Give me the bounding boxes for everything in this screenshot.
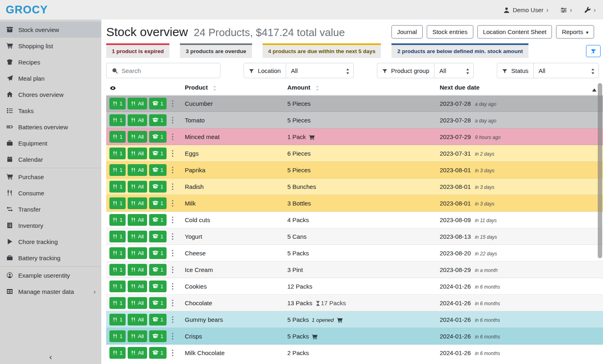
user-menu[interactable]: Demo User › [503, 6, 548, 13]
sidebar-item-example-userentity[interactable]: Example userentity [0, 267, 101, 283]
row-menu-button[interactable] [170, 99, 175, 108]
consume-one-button[interactable]: 1 [109, 131, 126, 143]
admin-menu[interactable]: › [584, 6, 596, 13]
product-name[interactable]: Chocolate [182, 295, 284, 311]
consume-one-button[interactable]: 1 [109, 98, 126, 109]
sidebar-item-inventory[interactable]: Inventory [0, 217, 101, 233]
open-one-button[interactable]: 1 [149, 164, 167, 176]
consume-all-button[interactable]: All [128, 214, 147, 226]
location-content-sheet-button[interactable]: Location Content Sheet [477, 25, 552, 39]
product-name[interactable]: Minced meat [182, 128, 284, 145]
row-menu-button[interactable] [170, 116, 175, 124]
open-one-button[interactable]: 1 [149, 330, 167, 342]
row-menu-button[interactable] [170, 299, 175, 307]
consume-one-button[interactable]: 1 [109, 114, 126, 126]
location-select[interactable]: All [286, 63, 353, 78]
consume-one-button[interactable]: 1 [109, 214, 126, 226]
open-one-button[interactable]: 1 [149, 297, 167, 309]
product-name[interactable]: Cucumber [182, 95, 284, 112]
open-one-button[interactable]: 1 [149, 280, 167, 292]
consume-one-button[interactable]: 1 [109, 297, 126, 309]
stock-entries-button[interactable]: Stock entries [427, 25, 473, 39]
consume-one-button[interactable]: 1 [109, 164, 126, 176]
row-menu-button[interactable] [170, 249, 175, 257]
consume-one-button[interactable]: 1 [109, 197, 126, 209]
sidebar-item-battery-tracking[interactable]: Battery tracking [0, 250, 101, 266]
sidebar-item-stock-overview[interactable]: Stock overview [0, 21, 101, 38]
consume-all-button[interactable]: All [128, 114, 147, 126]
product-group-select[interactable]: All [434, 63, 473, 78]
consume-one-button[interactable]: 1 [109, 231, 126, 242]
consume-all-button[interactable]: All [128, 347, 147, 359]
settings-menu[interactable]: › [560, 6, 572, 13]
row-menu-button[interactable] [170, 216, 175, 224]
column-header-product[interactable]: Product [182, 81, 284, 95]
consume-all-button[interactable]: All [128, 231, 147, 242]
open-one-button[interactable]: 1 [149, 181, 167, 193]
sidebar-item-chore-tracking[interactable]: Chore tracking [0, 233, 101, 250]
open-one-button[interactable]: 1 [149, 98, 167, 109]
sidebar-item-manage-master-data[interactable]: Manage master data › [0, 283, 101, 300]
open-one-button[interactable]: 1 [149, 148, 167, 159]
product-name[interactable]: Cold cuts [182, 212, 284, 228]
column-header-amount[interactable]: Amount [284, 81, 436, 95]
product-name[interactable]: Eggs [182, 145, 284, 162]
status-banner[interactable]: 1 product is expired [106, 43, 169, 58]
sidebar-item-consume[interactable]: Consume [0, 185, 101, 201]
consume-one-button[interactable]: 1 [109, 181, 126, 193]
sidebar-item-purchase[interactable]: Purchase [0, 169, 101, 185]
row-menu-button[interactable] [170, 182, 175, 191]
consume-all-button[interactable]: All [128, 164, 147, 176]
sidebar-item-transfer[interactable]: Transfer [0, 201, 101, 217]
consume-all-button[interactable]: All [128, 247, 147, 259]
sidebar-item-meal-plan[interactable]: Meal plan [0, 70, 101, 86]
consume-one-button[interactable]: 1 [109, 347, 126, 359]
search-input[interactable] [122, 63, 220, 78]
product-name[interactable]: Gummy bears [182, 311, 284, 328]
consume-all-button[interactable]: All [128, 131, 147, 143]
open-one-button[interactable]: 1 [149, 247, 167, 259]
product-name[interactable]: Radish [182, 178, 284, 195]
status-banner[interactable]: 3 products are overdue [180, 43, 252, 58]
status-banner[interactable]: 2 products are below defined min. stock … [391, 43, 528, 58]
row-menu-button[interactable] [170, 199, 175, 208]
row-menu-button[interactable] [170, 232, 175, 241]
consume-one-button[interactable]: 1 [109, 264, 126, 276]
consume-all-button[interactable]: All [128, 280, 147, 292]
product-name[interactable]: Milk [182, 195, 284, 212]
product-name[interactable]: Tomato [182, 112, 284, 128]
row-menu-button[interactable] [170, 149, 175, 158]
open-one-button[interactable]: 1 [149, 347, 167, 359]
reports-button[interactable]: Reports ▾ [556, 25, 594, 39]
product-name[interactable]: Milk Chocolate [182, 345, 284, 361]
sidebar-item-chores-overview[interactable]: Chores overview [0, 86, 101, 103]
product-name[interactable]: Yogurt [182, 228, 284, 245]
sidebar-item-shopping-list[interactable]: Shopping list [0, 38, 101, 54]
sidebar-item-tasks[interactable]: Tasks [0, 103, 101, 119]
open-one-button[interactable]: 1 [149, 264, 167, 276]
open-one-button[interactable]: 1 [149, 231, 167, 242]
product-name[interactable]: Crisps [182, 328, 284, 345]
open-one-button[interactable]: 1 [149, 197, 167, 209]
consume-one-button[interactable]: 1 [109, 247, 126, 259]
product-name[interactable]: Ice Cream [182, 261, 284, 278]
sidebar-item-equipment[interactable]: Equipment [0, 135, 101, 151]
row-menu-button[interactable] [170, 349, 175, 357]
filter-toggle-button[interactable] [586, 45, 601, 57]
journal-button[interactable]: Journal [391, 25, 423, 39]
open-one-button[interactable]: 1 [149, 114, 167, 126]
column-header-next-due-date[interactable]: Next due date [436, 81, 603, 95]
sidebar-item-recipes[interactable]: Recipes [0, 54, 101, 70]
consume-all-button[interactable]: All [128, 314, 147, 325]
app-logo[interactable]: GROCY [6, 4, 48, 16]
status-select[interactable]: All [534, 63, 599, 78]
row-menu-button[interactable] [170, 133, 175, 141]
eye-icon[interactable] [109, 84, 116, 91]
product-name[interactable]: Cookies [182, 278, 284, 295]
row-menu-button[interactable] [170, 315, 175, 324]
open-one-button[interactable]: 1 [149, 214, 167, 226]
open-one-button[interactable]: 1 [149, 314, 167, 325]
open-one-button[interactable]: 1 [149, 131, 167, 143]
consume-all-button[interactable]: All [128, 98, 147, 109]
consume-all-button[interactable]: All [128, 330, 147, 342]
